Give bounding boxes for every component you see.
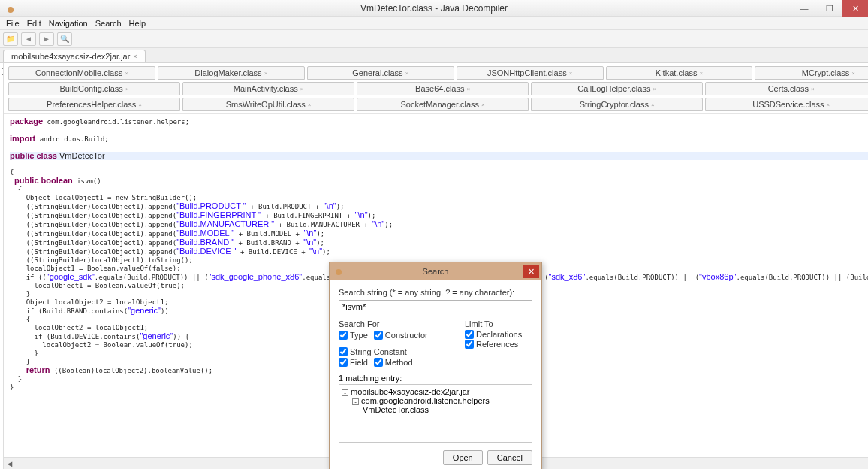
- tab-close-icon: ×: [405, 70, 409, 77]
- scroll-left-icon[interactable]: ◄: [4, 458, 16, 469]
- tab-close-icon: ×: [811, 86, 815, 92]
- file-tab[interactable]: mobilsube4xsayacsiz-dex2jar.jar ×: [3, 50, 146, 62]
- class-tab[interactable]: BuildConfig.class×: [8, 82, 180, 95]
- menu-help[interactable]: Help: [126, 19, 149, 28]
- class-tab[interactable]: PreferencesHelper.class×: [8, 98, 180, 111]
- svg-point-2: [336, 269, 342, 275]
- open-button[interactable]: Open: [443, 450, 483, 465]
- file-tab-close-icon[interactable]: ×: [133, 53, 137, 60]
- search-input[interactable]: [339, 300, 532, 313]
- svg-rect-1: [8, 9, 14, 11]
- result-jar: - mobilsube4xsayacsiz-dex2jar.jar: [342, 387, 529, 396]
- tab-close-icon: ×: [827, 101, 830, 108]
- tab-close-icon: ×: [653, 86, 656, 92]
- app-icon: [5, 2, 17, 14]
- tab-close-icon: ×: [138, 101, 142, 108]
- toolbar-search-icon[interactable]: 🔍: [57, 32, 72, 46]
- checkbox-method[interactable]: Method: [374, 358, 413, 367]
- tab-close-icon: ×: [308, 101, 312, 108]
- class-tab[interactable]: ConnectionMobile.class×: [8, 66, 155, 80]
- class-tab[interactable]: MCrypt.class×: [755, 66, 868, 80]
- class-tab[interactable]: StringCryptor.class×: [531, 98, 703, 111]
- toolbar-forward-icon[interactable]: ►: [39, 32, 54, 46]
- class-tab[interactable]: JSONHttpClient.class×: [457, 66, 604, 80]
- tab-close-icon: ×: [300, 86, 304, 92]
- close-button[interactable]: ✕: [842, 0, 868, 17]
- class-tab[interactable]: SmsWriteOpUtil.class×: [182, 98, 354, 111]
- tab-close-icon: ×: [699, 70, 703, 77]
- file-tab-row: mobilsube4xsayacsiz-dex2jar.jar ×: [0, 48, 868, 63]
- tab-close-icon: ×: [467, 86, 471, 92]
- titlebar: VmDetecTor.class - Java Decompiler — ❐ ✕: [0, 0, 868, 17]
- search-string-label: Search string (* = any string, ? = any c…: [339, 288, 532, 297]
- menubar: File Edit Navigation Search Help: [0, 17, 868, 30]
- class-tabs: ConnectionMobile.class×DialogMaker.class…: [4, 63, 868, 113]
- checkbox-declarations[interactable]: Declarations: [465, 330, 532, 339]
- class-tab[interactable]: MainActivity.class×: [182, 82, 354, 95]
- minimize-button[interactable]: —: [791, 0, 817, 17]
- menu-search[interactable]: Search: [92, 19, 125, 28]
- dialog-close-button[interactable]: ✕: [523, 265, 539, 278]
- matching-count: 1 matching entry:: [339, 374, 532, 383]
- class-tab[interactable]: General.class×: [307, 66, 454, 80]
- tab-close-icon: ×: [569, 70, 573, 77]
- tab-close-icon: ×: [851, 70, 855, 77]
- search-for-header: Search For: [339, 319, 456, 328]
- menu-edit[interactable]: Edit: [24, 19, 44, 28]
- dialog-titlebar[interactable]: Search ✕: [330, 262, 541, 280]
- maximize-button[interactable]: ❐: [817, 0, 842, 17]
- tab-close-icon: ×: [125, 70, 128, 77]
- checkbox-string-constant[interactable]: String Constant: [339, 347, 407, 356]
- tab-close-icon: ×: [651, 101, 655, 108]
- checkbox-field[interactable]: Field: [339, 358, 368, 367]
- menu-navigation[interactable]: Navigation: [46, 19, 91, 28]
- checkbox-references[interactable]: References: [465, 340, 532, 349]
- search-results[interactable]: - mobilsube4xsayacsiz-dex2jar.jar - com.…: [339, 384, 532, 443]
- dialog-icon: [333, 265, 344, 276]
- file-tab-label: mobilsube4xsayacsiz-dex2jar.jar: [11, 52, 130, 61]
- limit-to-header: Limit To: [465, 319, 532, 328]
- class-tab[interactable]: Certs.class×: [705, 82, 868, 95]
- tab-close-icon: ×: [481, 101, 485, 108]
- toolbar-back-icon[interactable]: ◄: [21, 32, 36, 46]
- toolbar-open-icon[interactable]: 📁: [3, 32, 18, 46]
- window-title: VmDetecTor.class - Java Decompiler: [360, 3, 508, 14]
- cancel-button[interactable]: Cancel: [487, 450, 532, 465]
- tab-close-icon: ×: [264, 70, 268, 77]
- class-tab[interactable]: DialogMaker.class×: [158, 66, 305, 80]
- toolbar: 📁 ◄ ► 🔍: [0, 30, 868, 48]
- result-package: - com.googleandroid.listener.helpers: [342, 396, 529, 405]
- menu-file[interactable]: File: [3, 19, 23, 28]
- dialog-title: Search: [423, 267, 449, 276]
- class-tab[interactable]: Kitkat.class×: [606, 66, 753, 80]
- tab-close-icon: ×: [125, 86, 129, 92]
- class-tab[interactable]: Base64.class×: [357, 82, 529, 95]
- class-tab[interactable]: SocketManager.class×: [357, 98, 529, 111]
- checkbox-constructor[interactable]: Constructor: [374, 331, 428, 340]
- result-class: VmDetecTor.class: [342, 405, 529, 414]
- class-tab[interactable]: USSDService.class×: [705, 98, 868, 111]
- checkbox-type[interactable]: Type: [339, 331, 368, 340]
- class-tab[interactable]: CallLogHelper.class×: [531, 82, 703, 95]
- search-dialog: Search ✕ Search string (* = any string, …: [329, 262, 542, 469]
